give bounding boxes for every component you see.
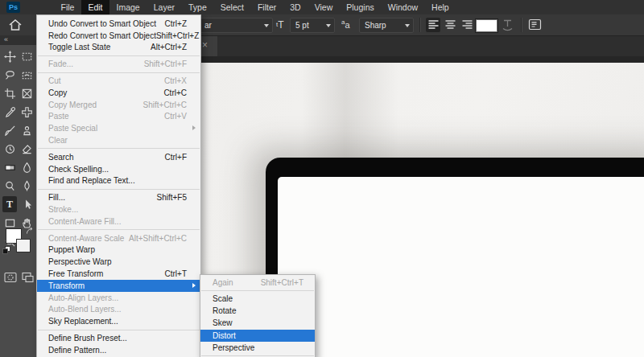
swap-colors-icon[interactable]: [25, 224, 34, 239]
menu-edit[interactable]: Edit: [81, 0, 109, 14]
tool-lasso[interactable]: [2, 67, 17, 83]
edit-menu-item-redo-convert-to-smart-object[interactable]: Redo Convert to Smart ObjectShift+Ctrl+Z: [37, 30, 200, 42]
edit-menu-item-toggle-last-state[interactable]: Toggle Last StateAlt+Ctrl+Z: [37, 42, 200, 54]
align-left-button[interactable]: [426, 18, 440, 32]
text-color-swatch[interactable]: [475, 18, 498, 33]
tool-eyedropper[interactable]: [2, 104, 17, 120]
tool-blur[interactable]: [19, 159, 34, 175]
edit-menu-item-puppet-warp[interactable]: Puppet Warp: [37, 244, 200, 256]
tool-frame[interactable]: [19, 85, 34, 101]
menu-layer[interactable]: Layer: [147, 0, 181, 14]
edit-menu-item-perspective-warp[interactable]: Perspective Warp: [37, 256, 200, 268]
screen-mode-icon: [22, 272, 34, 283]
tool-object-selection[interactable]: [19, 67, 34, 83]
edit-menu-item-sky-replacement[interactable]: Sky Replacement...: [37, 315, 200, 327]
chevron-down-icon: [264, 24, 269, 27]
menu-separator: [38, 55, 200, 56]
tool-healing[interactable]: [19, 104, 34, 120]
edit-menu-item-free-transform[interactable]: Free TransformCtrl+T: [37, 268, 200, 280]
edit-menu-item-define-pattern[interactable]: Define Pattern...: [37, 344, 200, 356]
tool-dodge[interactable]: [2, 178, 17, 194]
menu-window[interactable]: Window: [381, 0, 424, 14]
tool-move[interactable]: [2, 48, 17, 64]
background-color-swatch[interactable]: [16, 239, 31, 252]
menu-item-label: Clear: [48, 136, 200, 145]
toggle-panels-button[interactable]: [528, 14, 542, 35]
tool-brush[interactable]: [2, 122, 17, 138]
menu-item-label: Redo Convert to Smart Object: [48, 31, 156, 40]
menu-item-label: Puppet Warp: [48, 245, 200, 254]
anti-alias-dropdown[interactable]: Sharp: [359, 18, 414, 33]
default-colors-icon[interactable]: [2, 243, 10, 257]
menu-plugins[interactable]: Plugins: [340, 0, 381, 14]
chevron-down-icon: [326, 24, 331, 27]
tool-clone-stamp[interactable]: [19, 122, 34, 138]
menu-view[interactable]: View: [308, 0, 340, 14]
tool-gradient[interactable]: [2, 159, 17, 175]
menu-item-shortcut: Ctrl+Z: [165, 19, 201, 28]
gradient-icon: [4, 162, 16, 174]
screen-mode-button[interactable]: [22, 272, 34, 286]
edit-menu-item-copy[interactable]: CopyCtrl+C: [37, 87, 200, 99]
align-left-icon: [427, 19, 440, 31]
home-button[interactable]: [8, 14, 23, 35]
warp-text-icon: [501, 18, 514, 31]
tool-crop[interactable]: [2, 85, 17, 101]
align-center-button[interactable]: [443, 18, 457, 32]
edit-menu-item-stroke: Stroke...: [37, 203, 200, 215]
eraser-icon: [21, 143, 33, 155]
menu-bar: Ps FileEditImageLayerTypeSelectFilter3DV…: [0, 0, 644, 14]
edit-menu-item-search[interactable]: SearchCtrl+F: [37, 151, 200, 163]
transform-submenu-item-perspective[interactable]: Perspective: [200, 342, 315, 354]
menu-separator: [201, 355, 314, 356]
edit-menu-item-check-spelling[interactable]: Check Spelling...: [37, 163, 200, 175]
edit-menu-item-clear: Clear: [37, 134, 200, 146]
photoshop-logo: Ps: [6, 2, 20, 13]
menu-select[interactable]: Select: [213, 0, 250, 14]
toolbar-collapse-button[interactable]: «: [0, 35, 36, 45]
menu-separator: [38, 189, 200, 190]
font-size-value: 5 pt: [295, 21, 309, 30]
object-selection-icon: [21, 69, 33, 81]
edit-menu-item-undo-convert-to-smart-object[interactable]: Undo Convert to Smart ObjectCtrl+Z: [37, 18, 200, 30]
menu-item-label: Copy Merged: [48, 101, 143, 109]
edit-menu-item-find-and-replace-text[interactable]: Find and Replace Text...: [37, 175, 200, 187]
tools-panel: « T···: [0, 35, 36, 357]
align-right-button[interactable]: [460, 18, 474, 32]
menu-item-label: Transform: [48, 281, 200, 290]
menu-image[interactable]: Image: [109, 0, 147, 14]
menu-item-shortcut: Alt+Ctrl+Z: [151, 43, 200, 51]
menu-filter[interactable]: Filter: [250, 0, 283, 14]
transform-submenu-item-skew[interactable]: Skew: [200, 317, 315, 329]
tool-history-brush[interactable]: [2, 141, 17, 157]
transform-submenu-item-scale[interactable]: Scale: [200, 292, 315, 304]
edit-menu-item-transform[interactable]: Transform: [37, 280, 200, 292]
frame-icon: [21, 88, 33, 100]
tool-eraser[interactable]: [19, 141, 34, 157]
tool-marquee[interactable]: [19, 48, 34, 64]
menu-item-shortcut: Alt+Shift+Ctrl+C: [129, 234, 200, 243]
menu-item-label: Undo Convert to Smart Object: [48, 19, 165, 28]
tool-path-selection[interactable]: [19, 196, 34, 212]
edit-menu-item-define-brush-preset[interactable]: Define Brush Preset...: [37, 332, 200, 344]
tool-type[interactable]: T: [2, 196, 17, 212]
toolbar-bottom-buttons: [0, 270, 36, 289]
edit-menu-item-fill[interactable]: Fill...Shift+F5: [37, 191, 200, 203]
transform-submenu-item-rotate[interactable]: Rotate: [200, 305, 315, 317]
quick-mask-button[interactable]: [4, 272, 17, 286]
transform-submenu-item-distort[interactable]: Distort: [200, 330, 315, 342]
menu-item-label: Check Spelling...: [48, 165, 200, 174]
tab-close-icon[interactable]: ×: [202, 40, 208, 50]
menu-file[interactable]: File: [54, 0, 81, 14]
path-selection-icon: [21, 199, 33, 211]
tool-pen[interactable]: [19, 178, 34, 194]
menu-item-shortcut: Shift+Ctrl+F: [144, 60, 200, 68]
font-size-dropdown[interactable]: 5 pt: [290, 18, 335, 33]
font-style-value: ar: [204, 21, 212, 30]
menu-item-label: Content-Aware Fill...: [48, 217, 200, 226]
menu-item-label: Again: [213, 278, 261, 287]
menu-3d[interactable]: 3D: [283, 0, 308, 14]
menu-item-shortcut: Ctrl+C: [163, 88, 200, 97]
menu-help[interactable]: Help: [425, 0, 456, 14]
menu-type[interactable]: Type: [181, 0, 213, 14]
